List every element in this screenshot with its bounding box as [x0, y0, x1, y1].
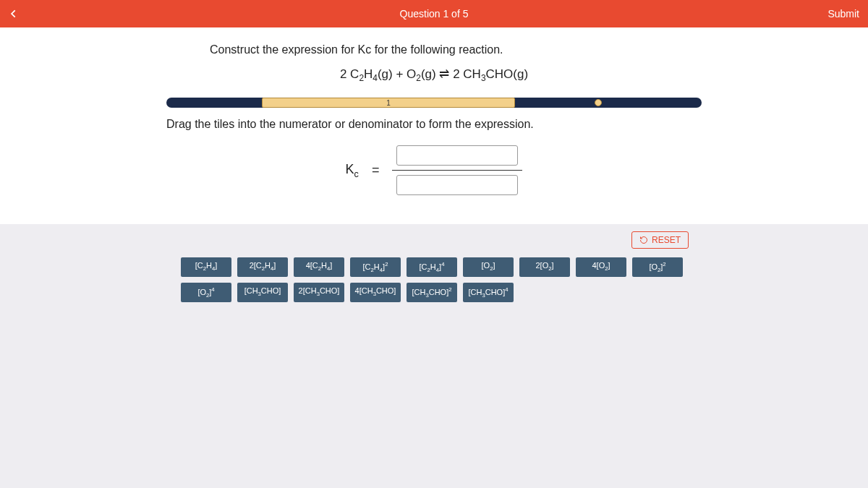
- tile[interactable]: 4[O2]: [576, 257, 626, 277]
- tile-bank-area: RESET [C2H4]2[C2H4]4[C2H4][C2H4]2[C2H4]4…: [0, 224, 868, 302]
- reset-label: RESET: [652, 235, 681, 245]
- denominator-dropzone[interactable]: [396, 175, 518, 195]
- tile[interactable]: [C2H4]2: [350, 257, 401, 277]
- undo-icon: [639, 236, 648, 244]
- tile[interactable]: 4[CH3CHO]: [350, 283, 401, 302]
- tile[interactable]: [CH3CHO]4: [463, 283, 514, 302]
- instruction-secondary: Drag the tiles into the numerator or den…: [166, 118, 702, 131]
- reset-button[interactable]: RESET: [631, 231, 689, 249]
- question-title: Question 1 of 5: [400, 8, 469, 20]
- tile[interactable]: [C2H4]4: [407, 257, 457, 277]
- progress-future-marker: [595, 99, 602, 106]
- submit-button[interactable]: Submit: [827, 8, 859, 20]
- tile[interactable]: [C2H4]: [181, 257, 231, 277]
- tile[interactable]: [O2]: [463, 257, 514, 277]
- tile[interactable]: [CH3CHO]2: [407, 283, 457, 302]
- progress-cap-right: [693, 98, 702, 108]
- progress-step-number: 1: [386, 99, 391, 107]
- fraction-bar: [392, 170, 522, 171]
- fraction: [392, 145, 522, 195]
- tile[interactable]: [O2]2: [632, 257, 683, 277]
- back-button[interactable]: [0, 0, 27, 27]
- reaction-equation: 2 C2H4(g) + O2(g) ⇌ 2 CH3CHO(g): [166, 67, 702, 83]
- equals-sign: =: [372, 163, 380, 178]
- tile[interactable]: [O2]4: [181, 283, 231, 302]
- tile[interactable]: 2[CH3CHO]: [294, 283, 344, 302]
- progress-current-step[interactable]: 1: [262, 98, 515, 108]
- progress-track: 1: [175, 98, 693, 108]
- tile-bank: [C2H4]2[C2H4]4[C2H4][C2H4]2[C2H4]4[O2]2[…: [181, 257, 687, 302]
- tile[interactable]: 2[C2H4]: [237, 257, 288, 277]
- progress-cap-left: [166, 98, 175, 108]
- top-header: Question 1 of 5 Submit: [0, 0, 868, 27]
- numerator-dropzone[interactable]: [396, 145, 518, 166]
- kc-symbol: Kc: [346, 162, 359, 179]
- expression-builder: Kc =: [166, 145, 702, 195]
- question-content: Construct the expression for Kc for the …: [0, 27, 868, 224]
- step-progress: 1: [166, 98, 702, 108]
- tile[interactable]: 2[O2]: [519, 257, 570, 277]
- instruction-primary: Construct the expression for Kc for the …: [210, 43, 702, 56]
- tile[interactable]: [CH3CHO]: [237, 283, 288, 302]
- chevron-left-icon: [9, 9, 19, 19]
- tile[interactable]: 4[C2H4]: [294, 257, 344, 277]
